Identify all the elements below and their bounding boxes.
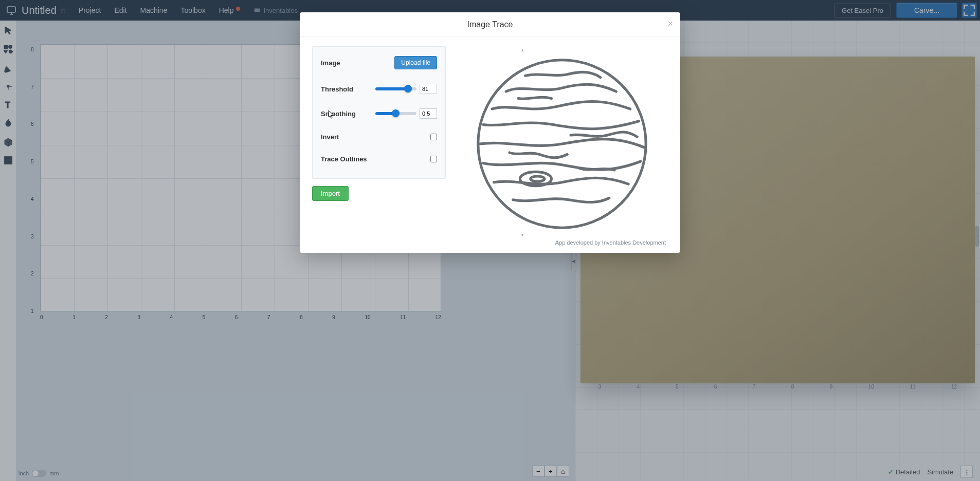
- trace-outlines-checkbox[interactable]: [430, 156, 437, 162]
- modal-header: Image Trace ×: [300, 12, 680, 37]
- modal-scrollbar[interactable]: ▴ ▾: [520, 47, 525, 237]
- trace-outlines-label: Trace Outlines: [321, 155, 367, 163]
- trace-settings-panel: Image Upload file Threshold Smoothing: [312, 46, 446, 179]
- smoothing-slider[interactable]: [375, 112, 416, 115]
- threshold-input[interactable]: [420, 84, 437, 94]
- image-label: Image: [321, 59, 340, 67]
- trace-preview-image: [475, 57, 649, 231]
- image-trace-modal: Image Trace × Image Upload file Threshol…: [300, 12, 680, 253]
- threshold-label: Threshold: [321, 85, 353, 93]
- modal-title: Image Trace: [467, 20, 513, 29]
- smoothing-label: Smoothing: [321, 110, 356, 118]
- smoothing-input[interactable]: [420, 108, 437, 119]
- modal-credit: App developed by Inventables Development: [555, 239, 666, 246]
- svg-point-10: [531, 176, 545, 181]
- upload-file-button[interactable]: Upload file: [394, 56, 437, 69]
- invert-checkbox[interactable]: [430, 134, 437, 140]
- invert-label: Invert: [321, 133, 339, 141]
- import-button[interactable]: Import: [312, 186, 349, 201]
- threshold-slider[interactable]: [375, 87, 416, 90]
- modal-close-button[interactable]: ×: [667, 18, 673, 29]
